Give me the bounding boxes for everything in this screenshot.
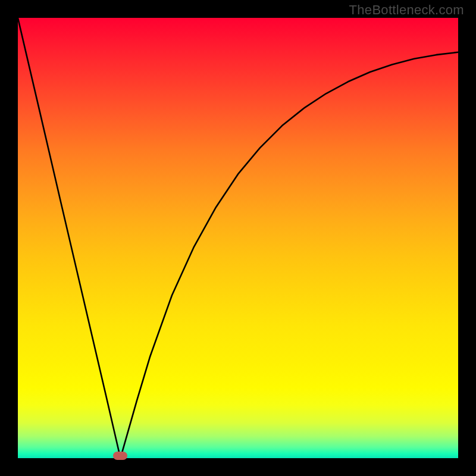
bottleneck-curve bbox=[18, 18, 458, 458]
plot-area bbox=[18, 18, 458, 458]
optimal-point-marker bbox=[113, 452, 127, 460]
curve-svg bbox=[18, 18, 458, 458]
watermark-text: TheBottleneck.com bbox=[349, 2, 464, 18]
chart-container: TheBottleneck.com bbox=[0, 0, 476, 476]
